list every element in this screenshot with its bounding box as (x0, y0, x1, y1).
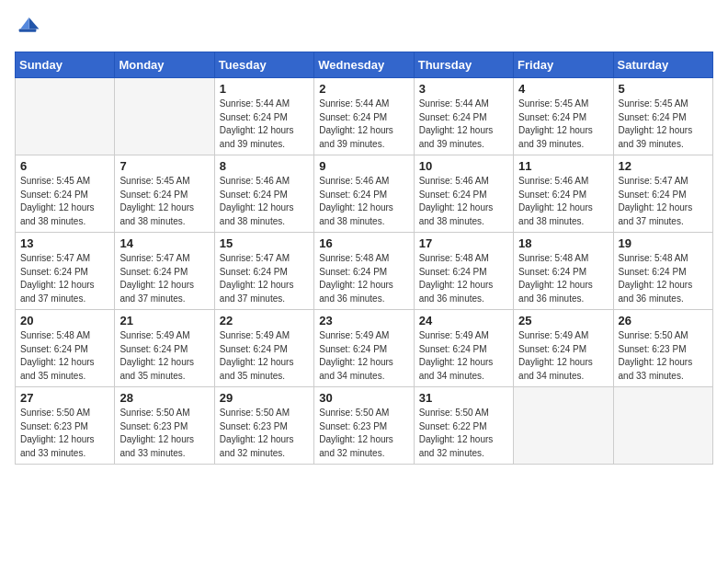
day-number: 2 (319, 82, 408, 96)
calendar-day-cell (16, 78, 115, 155)
logo (15, 15, 44, 40)
calendar-day-cell: 16Sunrise: 5:48 AM Sunset: 6:24 PM Dayli… (314, 233, 414, 310)
calendar-day-cell: 25Sunrise: 5:49 AM Sunset: 6:24 PM Dayli… (514, 310, 613, 387)
day-info: Sunrise: 5:49 AM Sunset: 6:24 PM Dayligh… (119, 329, 209, 383)
weekday-header-saturday: Saturday (613, 52, 712, 78)
day-number: 5 (619, 82, 708, 96)
day-number: 30 (319, 391, 408, 405)
day-info: Sunrise: 5:46 AM Sunset: 6:24 PM Dayligh… (220, 175, 309, 228)
calendar-day-cell: 12Sunrise: 5:47 AM Sunset: 6:24 PM Dayli… (613, 155, 712, 233)
calendar-day-cell (115, 78, 214, 155)
day-info: Sunrise: 5:45 AM Sunset: 6:24 PM Dayligh… (119, 175, 209, 228)
weekday-header-monday: Monday (115, 52, 214, 78)
day-number: 12 (619, 159, 708, 173)
day-info: Sunrise: 5:45 AM Sunset: 6:24 PM Dayligh… (518, 98, 608, 151)
weekday-header-thursday: Thursday (414, 52, 513, 78)
day-number: 24 (419, 314, 508, 327)
calendar-week-row: 6Sunrise: 5:45 AM Sunset: 6:24 PM Daylig… (16, 155, 713, 233)
day-number: 1 (220, 82, 309, 96)
day-info: Sunrise: 5:50 AM Sunset: 6:23 PM Dayligh… (319, 407, 408, 460)
day-number: 27 (20, 391, 109, 405)
calendar-day-cell: 11Sunrise: 5:46 AM Sunset: 6:24 PM Dayli… (514, 155, 613, 233)
calendar-day-cell: 21Sunrise: 5:49 AM Sunset: 6:24 PM Dayli… (115, 310, 214, 387)
day-info: Sunrise: 5:45 AM Sunset: 6:24 PM Dayligh… (619, 98, 708, 151)
svg-marker-1 (20, 17, 28, 29)
day-info: Sunrise: 5:47 AM Sunset: 6:24 PM Dayligh… (20, 252, 109, 305)
day-number: 20 (20, 314, 109, 327)
calendar-day-cell (514, 387, 613, 465)
day-info: Sunrise: 5:46 AM Sunset: 6:24 PM Dayligh… (518, 175, 608, 228)
day-info: Sunrise: 5:46 AM Sunset: 6:24 PM Dayligh… (319, 175, 408, 228)
weekday-header-sunday: Sunday (16, 52, 115, 78)
day-number: 6 (20, 159, 109, 173)
calendar-day-cell: 2Sunrise: 5:44 AM Sunset: 6:24 PM Daylig… (314, 78, 414, 155)
calendar-day-cell: 18Sunrise: 5:48 AM Sunset: 6:24 PM Dayli… (514, 233, 613, 310)
day-info: Sunrise: 5:48 AM Sunset: 6:24 PM Dayligh… (319, 252, 408, 305)
day-info: Sunrise: 5:49 AM Sunset: 6:24 PM Dayligh… (220, 329, 309, 383)
logo-icon (15, 15, 40, 40)
calendar-day-cell: 24Sunrise: 5:49 AM Sunset: 6:24 PM Dayli… (414, 310, 513, 387)
calendar-header-row: SundayMondayTuesdayWednesdayThursdayFrid… (16, 52, 713, 78)
day-number: 29 (220, 391, 309, 405)
day-number: 4 (518, 82, 608, 96)
calendar-day-cell: 13Sunrise: 5:47 AM Sunset: 6:24 PM Dayli… (16, 233, 115, 310)
calendar-day-cell: 7Sunrise: 5:45 AM Sunset: 6:24 PM Daylig… (115, 155, 214, 233)
weekday-header-friday: Friday (514, 52, 613, 78)
calendar-day-cell: 3Sunrise: 5:44 AM Sunset: 6:24 PM Daylig… (414, 78, 513, 155)
day-info: Sunrise: 5:44 AM Sunset: 6:24 PM Dayligh… (220, 98, 309, 151)
calendar-day-cell: 27Sunrise: 5:50 AM Sunset: 6:23 PM Dayli… (16, 387, 115, 465)
calendar-day-cell: 17Sunrise: 5:48 AM Sunset: 6:24 PM Dayli… (414, 233, 513, 310)
day-info: Sunrise: 5:46 AM Sunset: 6:24 PM Dayligh… (419, 175, 508, 228)
day-number: 22 (220, 314, 309, 327)
day-number: 9 (319, 159, 408, 173)
day-number: 8 (220, 159, 309, 173)
calendar-day-cell: 29Sunrise: 5:50 AM Sunset: 6:23 PM Dayli… (214, 387, 313, 465)
day-number: 17 (419, 236, 508, 250)
day-info: Sunrise: 5:47 AM Sunset: 6:24 PM Dayligh… (220, 252, 309, 305)
calendar-week-row: 27Sunrise: 5:50 AM Sunset: 6:23 PM Dayli… (16, 387, 713, 465)
day-number: 14 (119, 236, 209, 250)
svg-rect-2 (19, 29, 37, 32)
day-info: Sunrise: 5:44 AM Sunset: 6:24 PM Dayligh… (419, 98, 508, 151)
day-info: Sunrise: 5:48 AM Sunset: 6:24 PM Dayligh… (20, 329, 109, 383)
day-number: 7 (119, 159, 209, 173)
calendar-day-cell: 20Sunrise: 5:48 AM Sunset: 6:24 PM Dayli… (16, 310, 115, 387)
page-header (15, 15, 713, 40)
calendar-day-cell: 1Sunrise: 5:44 AM Sunset: 6:24 PM Daylig… (214, 78, 313, 155)
calendar-day-cell: 26Sunrise: 5:50 AM Sunset: 6:23 PM Dayli… (613, 310, 712, 387)
calendar-day-cell (613, 387, 712, 465)
day-info: Sunrise: 5:47 AM Sunset: 6:24 PM Dayligh… (119, 252, 209, 305)
calendar-day-cell: 10Sunrise: 5:46 AM Sunset: 6:24 PM Dayli… (414, 155, 513, 233)
day-info: Sunrise: 5:49 AM Sunset: 6:24 PM Dayligh… (319, 329, 408, 383)
day-number: 21 (119, 314, 209, 327)
weekday-header-tuesday: Tuesday (214, 52, 313, 78)
day-info: Sunrise: 5:48 AM Sunset: 6:24 PM Dayligh… (619, 252, 708, 305)
calendar-day-cell: 28Sunrise: 5:50 AM Sunset: 6:23 PM Dayli… (115, 387, 214, 465)
day-number: 26 (619, 314, 708, 327)
day-number: 19 (619, 236, 708, 250)
day-info: Sunrise: 5:44 AM Sunset: 6:24 PM Dayligh… (319, 98, 408, 151)
day-info: Sunrise: 5:48 AM Sunset: 6:24 PM Dayligh… (419, 252, 508, 305)
calendar-day-cell: 19Sunrise: 5:48 AM Sunset: 6:24 PM Dayli… (613, 233, 712, 310)
day-info: Sunrise: 5:50 AM Sunset: 6:23 PM Dayligh… (20, 407, 109, 460)
day-number: 23 (319, 314, 408, 327)
calendar-day-cell: 14Sunrise: 5:47 AM Sunset: 6:24 PM Dayli… (115, 233, 214, 310)
calendar-week-row: 13Sunrise: 5:47 AM Sunset: 6:24 PM Dayli… (16, 233, 713, 310)
calendar-day-cell: 9Sunrise: 5:46 AM Sunset: 6:24 PM Daylig… (314, 155, 414, 233)
day-number: 18 (518, 236, 608, 250)
day-number: 10 (419, 159, 508, 173)
day-number: 25 (518, 314, 608, 327)
day-info: Sunrise: 5:47 AM Sunset: 6:24 PM Dayligh… (619, 175, 708, 228)
day-info: Sunrise: 5:50 AM Sunset: 6:22 PM Dayligh… (419, 407, 508, 460)
weekday-header-wednesday: Wednesday (314, 52, 414, 78)
calendar-day-cell: 30Sunrise: 5:50 AM Sunset: 6:23 PM Dayli… (314, 387, 414, 465)
calendar-day-cell: 6Sunrise: 5:45 AM Sunset: 6:24 PM Daylig… (16, 155, 115, 233)
day-info: Sunrise: 5:49 AM Sunset: 6:24 PM Dayligh… (518, 329, 608, 383)
svg-marker-0 (29, 17, 40, 29)
day-info: Sunrise: 5:50 AM Sunset: 6:23 PM Dayligh… (119, 407, 209, 460)
day-number: 13 (20, 236, 109, 250)
day-number: 28 (119, 391, 209, 405)
calendar-day-cell: 4Sunrise: 5:45 AM Sunset: 6:24 PM Daylig… (514, 78, 613, 155)
day-number: 11 (518, 159, 608, 173)
day-number: 16 (319, 236, 408, 250)
